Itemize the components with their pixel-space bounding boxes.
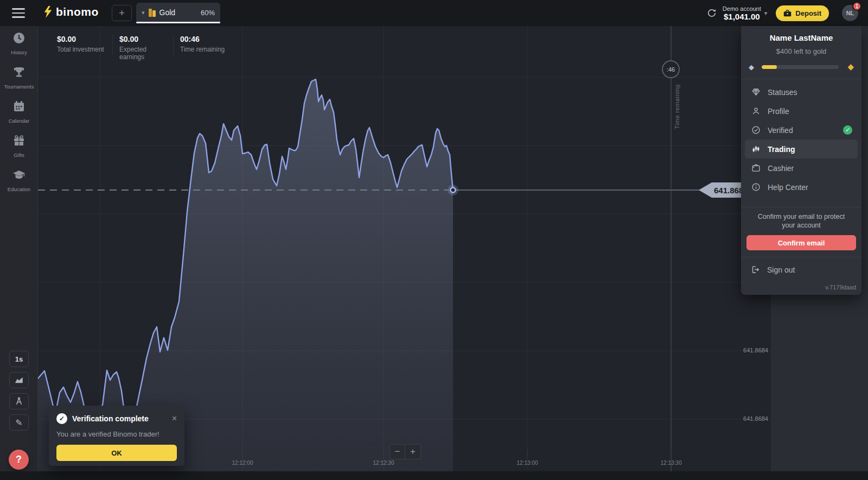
gold-diamond-icon: ◆ — [847, 63, 854, 70]
progress-fill — [762, 65, 777, 69]
toast-title: Verification complete — [72, 414, 149, 423]
time-axis-label: 12:12:00 — [221, 460, 264, 466]
time-axis-label: 12:13:00 — [506, 460, 549, 466]
sign-out-icon — [751, 265, 760, 274]
silver-diamond-icon: ◆ — [749, 64, 754, 71]
toast-ok-button[interactable]: OK — [56, 445, 177, 461]
divider — [112, 35, 113, 56]
lightning-icon — [43, 5, 53, 18]
sidebar-item-education[interactable]: Education — [0, 163, 38, 197]
confirm-email-button[interactable]: Confirm email — [746, 235, 856, 250]
account-menu-item-help-center[interactable]: Help Center — [745, 178, 858, 197]
zoom-out-button[interactable]: − — [390, 444, 405, 459]
account-menu-item-profile[interactable]: Profile — [745, 102, 858, 121]
toast-body: You are a verified Binomo trader! — [56, 430, 177, 438]
chevron-down-icon[interactable]: ▾ — [764, 10, 768, 17]
help-button[interactable]: ? — [9, 450, 29, 470]
progress-track — [762, 65, 839, 69]
price-chart[interactable] — [38, 26, 771, 471]
account-menu-item-statuses[interactable]: Statuses — [745, 83, 858, 102]
top-bar: binomo + ▾ Gold 60% Demo account $1,041.… — [0, 0, 868, 26]
account-menu-item-trading[interactable]: Trading — [745, 140, 858, 159]
confirm-email-note: Confirm your email to protect your accou… — [751, 213, 852, 230]
sidebar-item-history[interactable]: History — [0, 26, 38, 60]
sidebar-item-gifts[interactable]: Gifts — [0, 129, 38, 163]
person-icon — [751, 106, 761, 116]
pencil-icon: ✎ — [15, 418, 22, 428]
zoom-controls: − + — [390, 444, 421, 459]
stat-time-remaining: 00:46 Time remaining — [180, 35, 229, 61]
candles-icon — [751, 144, 761, 154]
check-circle-icon: ✓ — [56, 413, 67, 424]
sidebar-item-calendar[interactable]: Calendar — [0, 94, 38, 129]
gifts-icon — [12, 134, 25, 149]
wallet-icon — [751, 163, 761, 173]
deposit-button[interactable]: Deposit — [776, 5, 829, 21]
bottom-strip — [0, 471, 868, 480]
time-axis-tick — [384, 450, 384, 458]
binomo-logo: binomo — [43, 5, 99, 18]
user-avatar[interactable]: NL 1 — [842, 5, 858, 21]
divider — [741, 257, 861, 257]
account-type-label: Demo account — [723, 5, 761, 12]
tournaments-icon — [12, 66, 25, 81]
price-axis-label: 641.8684 — [705, 347, 768, 353]
time-axis-tick — [242, 450, 243, 458]
notification-badge: 1 — [852, 2, 861, 11]
time-axis-label: 12:13:30 — [649, 460, 693, 466]
divider — [173, 35, 174, 56]
info-icon — [751, 182, 761, 192]
stat-expected-earnings: $0.00 Expected earnings — [119, 35, 173, 61]
close-icon[interactable]: × — [172, 414, 177, 423]
education-icon — [12, 168, 25, 184]
hamburger-menu-icon[interactable] — [12, 8, 26, 18]
time-axis-label: 12:12:30 — [362, 460, 405, 466]
timer-badge: :46 — [662, 60, 680, 78]
compass-icon — [14, 396, 24, 406]
price-axis-label: 641.8684 — [705, 415, 768, 422]
sign-out-button[interactable]: Sign out — [751, 265, 861, 274]
asset-payout: 60% — [201, 9, 215, 17]
logo-text: binomo — [56, 5, 99, 18]
briefcase-icon — [783, 10, 792, 17]
timer-axis-label: Time remaining — [674, 84, 680, 129]
account-menu-item-cashier[interactable]: Cashier — [745, 159, 858, 178]
app-version: v.7179daad — [825, 284, 856, 290]
asset-tab-gold[interactable]: ▾ Gold 60% — [136, 3, 220, 22]
user-name: Name LastName — [741, 33, 861, 42]
account-dropdown: Name LastName $400 left to gold ◆ ◆ Stat… — [741, 26, 861, 295]
gem-icon — [751, 87, 761, 97]
refresh-icon[interactable] — [706, 8, 717, 18]
chart-tools: 1s ✎ — [0, 351, 38, 431]
stat-total-investment: $0.00 Total investment — [57, 35, 112, 61]
sidebar-item-tournaments[interactable]: Tournaments — [0, 60, 38, 94]
sidebar-nav: History Tournaments Calendar Gifts Educa… — [0, 26, 37, 197]
divider — [741, 207, 861, 207]
account-menu-item-verified[interactable]: Verified ✓ — [745, 121, 858, 140]
trade-stats: $0.00 Total investment $0.00 Expected ea… — [57, 35, 229, 61]
time-axis-tick — [671, 450, 672, 458]
account-balance: $1,041.00 — [723, 12, 761, 21]
status-progress-text: $400 left to gold — [741, 47, 861, 55]
chart-type-button[interactable] — [9, 372, 29, 388]
asset-name: Gold — [159, 8, 176, 17]
gold-asset-icon — [149, 9, 156, 17]
left-sidebar: History Tournaments Calendar Gifts Educa… — [0, 26, 38, 480]
account-menu-list: Statuses Profile Verified ✓ Trading Cash… — [741, 79, 861, 200]
zoom-in-button[interactable]: + — [405, 444, 421, 459]
calendar-icon — [12, 100, 25, 115]
timeframe-button[interactable]: 1s — [9, 351, 29, 367]
time-axis-tick — [527, 450, 528, 458]
indicators-button[interactable] — [9, 393, 29, 409]
deposit-label: Deposit — [795, 9, 821, 17]
chevron-down-icon[interactable]: ▾ — [142, 9, 145, 16]
new-asset-tab-button[interactable]: + — [112, 5, 132, 21]
area-chart-icon — [14, 375, 24, 385]
check-circle-icon — [751, 125, 761, 135]
account-switcher[interactable]: Demo account $1,041.00 — [723, 5, 761, 21]
verified-badge-icon: ✓ — [843, 125, 852, 135]
drawing-button[interactable]: ✎ — [9, 414, 29, 431]
verification-toast: ✓ Verification complete × You are a veri… — [49, 406, 184, 466]
history-icon — [12, 31, 25, 47]
status-progress-bar: ◆ ◆ — [749, 63, 854, 72]
